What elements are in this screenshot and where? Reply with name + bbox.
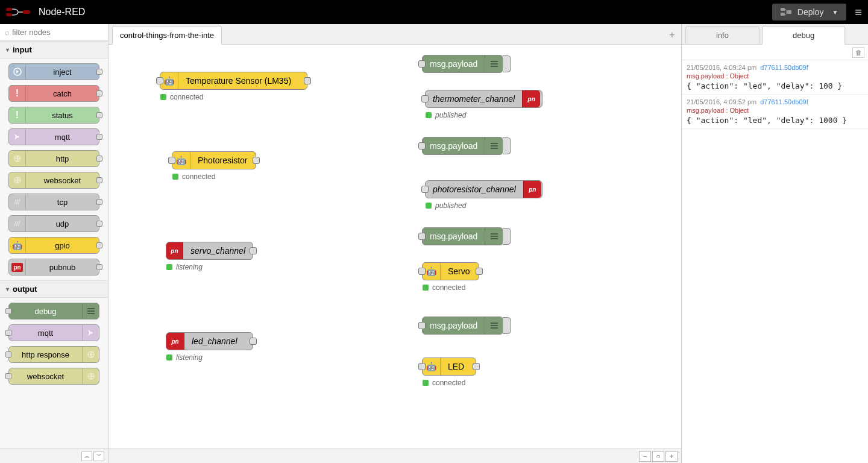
node-temperature-sensor[interactable]: 🤖 Temperature Sensor (LM35) connected [160, 72, 307, 90]
output-port[interactable] [96, 90, 102, 96]
output-port[interactable] [250, 247, 257, 254]
node-label: msg.payload [423, 232, 485, 241]
debug-toggle[interactable] [503, 137, 511, 154]
input-port[interactable] [5, 351, 11, 357]
node-label: photoresistor_channel [426, 184, 523, 194]
output-port[interactable] [96, 112, 102, 118]
node-label: led_channel [184, 336, 245, 346]
menu-icon[interactable]: ≡ [855, 5, 862, 19]
node-status: published [426, 201, 466, 210]
palette-node-pubnub[interactable]: pnpubnub [8, 259, 99, 276]
palette-category-input[interactable]: ▾input [0, 41, 108, 58]
output-port[interactable] [253, 157, 260, 164]
output-port[interactable] [304, 77, 311, 84]
output-port[interactable] [476, 268, 483, 275]
output-port[interactable] [473, 363, 480, 370]
add-tab-button[interactable]: + [663, 26, 681, 44]
output-port[interactable] [96, 177, 102, 183]
input-port[interactable] [418, 233, 426, 240]
input-port[interactable] [156, 77, 163, 84]
expand-all-button[interactable]: ︾ [93, 452, 104, 461]
palette-node-http-response[interactable]: http response [8, 346, 99, 363]
node-led[interactable]: 🤖 LED connected [422, 357, 476, 376]
palette-node-debug[interactable]: debug [8, 303, 99, 320]
node-label: debug [9, 307, 82, 316]
category-label: output [13, 285, 37, 294]
caret-down-icon: ▼ [832, 9, 838, 16]
deploy-button[interactable]: Deploy ▼ [772, 4, 847, 20]
input-port[interactable] [168, 157, 175, 164]
node-status: listening [166, 353, 203, 362]
debug-toggle[interactable] [503, 55, 511, 72]
palette-node-mqtt[interactable]: mqtt [8, 324, 99, 341]
output-port[interactable] [96, 242, 102, 248]
node-pubnub-servo-channel[interactable]: pn servo_channel listening [166, 242, 253, 260]
input-port[interactable] [418, 142, 426, 150]
flow-tab[interactable]: control-things-from-the-inte [112, 26, 222, 45]
input-port[interactable] [418, 363, 426, 370]
output-port[interactable] [96, 134, 102, 140]
output-port[interactable] [96, 69, 102, 75]
input-port[interactable] [421, 186, 429, 193]
node-pubnub-photoresistor[interactable]: photoresistor_channel pn published [425, 180, 542, 198]
zoom-reset-button[interactable]: ○ [652, 451, 664, 462]
node-servo[interactable]: 🤖 Servo connected [422, 262, 479, 280]
collapse-all-button[interactable]: ︽ [81, 452, 92, 461]
tab-debug[interactable]: debug [762, 26, 845, 45]
filter-input[interactable] [12, 28, 103, 37]
palette-node-gpio[interactable]: 🤖gpio [8, 237, 99, 254]
output-port[interactable] [96, 156, 102, 162]
palette-node-websocket[interactable]: websocket [8, 368, 99, 385]
robot-icon: 🤖 [9, 238, 26, 253]
palette-node-catch[interactable]: !catch [8, 85, 99, 102]
input-port[interactable] [5, 330, 11, 336]
palette-node-http[interactable]: http [8, 150, 99, 167]
msg-node-id[interactable]: d77611.50db09f [760, 98, 808, 106]
globe-icon [82, 368, 99, 384]
node-debug[interactable]: msg.payload [422, 137, 503, 155]
debug-message: 21/05/2016, 4:09:52 pmd77611.50db09fmsg.… [682, 95, 868, 129]
node-pubnub-thermometer[interactable]: thermometer_channel pn published [425, 90, 542, 108]
output-port[interactable] [96, 264, 102, 270]
node-pubnub-led-channel[interactable]: pn led_channel listening [166, 332, 253, 350]
debug-toggle[interactable] [503, 317, 511, 334]
palette-panel: ⌕ ▾inputinject!catch!statusmqtthttpwebso… [0, 24, 108, 463]
input-port[interactable] [5, 373, 11, 379]
svg-rect-2 [23, 10, 30, 14]
msg-node-id[interactable]: d77611.50db09f [760, 64, 808, 71]
palette-node-udp[interactable]: udp [8, 215, 99, 232]
deploy-icon [781, 8, 791, 16]
radio-icon [82, 325, 99, 341]
input-port[interactable] [5, 308, 11, 314]
output-port[interactable] [96, 199, 102, 205]
output-port[interactable] [96, 221, 102, 227]
globe-icon [9, 172, 26, 188]
node-debug[interactable]: msg.payload [422, 317, 503, 335]
debug-toggle[interactable] [503, 228, 511, 245]
node-status: connected [423, 379, 465, 387]
palette-node-inject[interactable]: inject [8, 63, 99, 80]
node-debug[interactable]: msg.payload [422, 55, 503, 73]
input-port[interactable] [421, 95, 429, 102]
input-port[interactable] [418, 322, 426, 329]
zoom-out-button[interactable]: − [639, 451, 651, 462]
pubnub-icon: pn [523, 181, 541, 198]
output-port[interactable] [250, 338, 257, 345]
palette-node-websocket[interactable]: websocket [8, 172, 99, 189]
tab-info[interactable]: info [685, 26, 760, 45]
radio-icon [9, 129, 26, 145]
node-label: mqtt [26, 133, 99, 142]
palette-category-output[interactable]: ▾output [0, 280, 108, 298]
palette-node-mqtt[interactable]: mqtt [8, 128, 99, 145]
flow-canvas[interactable]: 🤖 Temperature Sensor (LM35) connected ms… [108, 45, 681, 449]
zoom-in-button[interactable]: + [665, 451, 678, 462]
clear-debug-button[interactable]: 🗑 [852, 47, 864, 58]
palette-node-tcp[interactable]: tcp [8, 194, 99, 210]
node-debug[interactable]: msg.payload [422, 227, 503, 245]
input-port[interactable] [418, 268, 426, 275]
node-photoresistor[interactable]: 🤖 Photoresistor connected [172, 151, 256, 169]
svg-rect-5 [787, 10, 791, 14]
palette-node-status[interactable]: !status [8, 107, 99, 124]
input-port[interactable] [418, 60, 426, 68]
node-label: pubnub [26, 263, 99, 272]
